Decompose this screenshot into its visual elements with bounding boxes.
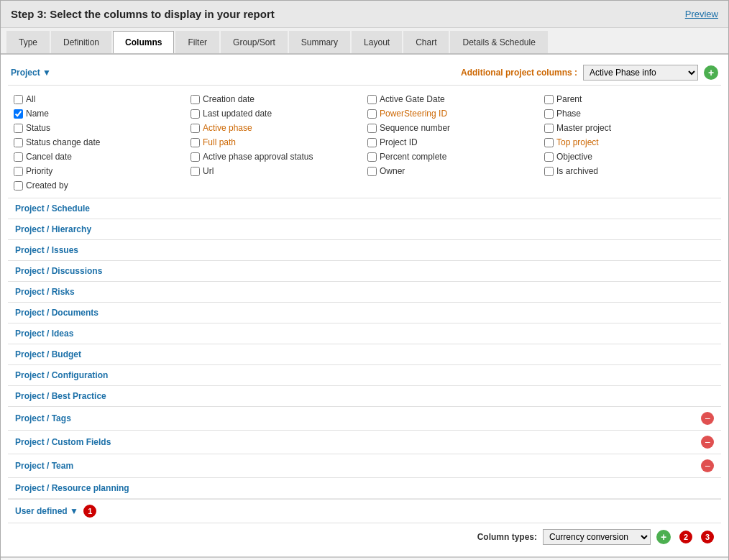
checkbox-master-project[interactable]	[544, 124, 554, 133]
section-hierarchy[interactable]: Project / Hierarchy	[8, 219, 721, 239]
label-status-change-date: Status change date	[26, 137, 100, 147]
label-last-updated: Last updated date	[203, 109, 272, 119]
section-resource-planning-label: Project / Resource planning	[15, 483, 129, 493]
label-full-path: Full path	[203, 137, 236, 147]
section-team[interactable]: Project / Team −	[8, 454, 721, 477]
checkbox-project-id[interactable]	[367, 138, 377, 147]
section-tags[interactable]: Project / Tags −	[8, 406, 721, 430]
tab-summary[interactable]: Summary	[289, 31, 350, 53]
label-top-project: Top project	[556, 137, 599, 147]
add-additional-col-button[interactable]: +	[704, 65, 718, 80]
checkbox-active-gate-date[interactable]	[367, 95, 377, 104]
checkbox-all[interactable]	[14, 95, 23, 104]
bottom-bar: Column types: Currency conversion Formul…	[8, 523, 721, 551]
section-discussions[interactable]: Project / Discussions	[8, 260, 721, 281]
col4-objective: Objective	[544, 150, 715, 163]
section-documents[interactable]: Project / Documents	[8, 302, 721, 323]
tab-type[interactable]: Type	[6, 31, 50, 53]
section-ideas-label: Project / Ideas	[15, 329, 73, 339]
label-is-archived: Is archived	[556, 166, 598, 176]
checkbox-full-path[interactable]	[191, 138, 200, 147]
col1-status-change-date: Status change date	[14, 136, 185, 149]
section-best-practice-label: Project / Best Practice	[15, 391, 106, 401]
section-schedule[interactable]: Project / Schedule	[8, 198, 721, 219]
tab-filter[interactable]: Filter	[175, 31, 219, 53]
checkbox-cancel-date[interactable]	[14, 152, 23, 162]
remove-team-button[interactable]: −	[701, 459, 714, 472]
tab-columns[interactable]: Columns	[113, 31, 174, 53]
section-resource-planning[interactable]: Project / Resource planning	[8, 477, 721, 498]
project-section-toggle[interactable]: Project ▼	[11, 68, 51, 78]
page-title: Step 3: Select the columns to display in…	[11, 8, 275, 20]
col2-active-phase: Active phase	[191, 121, 362, 134]
checkbox-status-change-date[interactable]	[14, 138, 23, 147]
section-best-practice[interactable]: Project / Best Practice	[8, 385, 721, 406]
checkbox-top-project[interactable]	[544, 138, 554, 147]
additional-cols-select[interactable]: Active Phase info Phase info Custom	[583, 65, 698, 81]
checkbox-status[interactable]	[14, 124, 23, 133]
label-created-by: Created by	[26, 180, 68, 191]
checkbox-name[interactable]	[14, 109, 23, 119]
section-team-label: Project / Team	[15, 461, 73, 471]
checkbox-parent[interactable]	[544, 95, 554, 104]
checkbox-sequence-number[interactable]	[367, 124, 377, 133]
col-types-label: Column types:	[477, 532, 537, 542]
preview-link[interactable]: Preview	[685, 9, 718, 19]
checkbox-active-phase[interactable]	[191, 124, 200, 133]
label-url: Url	[203, 166, 214, 176]
checkbox-is-archived[interactable]	[544, 167, 554, 176]
remove-tags-button[interactable]: −	[701, 412, 714, 425]
section-ideas[interactable]: Project / Ideas	[8, 323, 721, 344]
checkbox-creation-date[interactable]	[191, 95, 200, 104]
tab-bar: Type Definition Columns Filter Group/Sor…	[1, 28, 728, 55]
tab-groupsort[interactable]: Group/Sort	[221, 31, 288, 53]
col1-name: Name	[14, 107, 185, 120]
checkbox-url[interactable]	[191, 167, 200, 176]
section-hierarchy-label: Project / Hierarchy	[15, 224, 91, 234]
section-budget-label: Project / Budget	[15, 349, 81, 359]
col4-parent: Parent	[544, 93, 715, 106]
label-objective: Objective	[556, 152, 592, 162]
checkbox-powersteering-id[interactable]	[367, 109, 377, 119]
section-risks[interactable]: Project / Risks	[8, 281, 721, 302]
col1-all: All	[14, 93, 185, 106]
label-powersteering-id: PowerSteering ID	[380, 109, 447, 119]
user-defined-row[interactable]: User defined ▼ 1	[8, 499, 721, 523]
col-types-select[interactable]: Currency conversion Formula Custom	[543, 529, 651, 545]
columns-grid: All Creation date Active Gate Date Paren…	[8, 90, 721, 198]
section-issues[interactable]: Project / Issues	[8, 239, 721, 260]
tab-details-schedule[interactable]: Details & Schedule	[450, 31, 547, 53]
col2-last-updated: Last updated date	[191, 107, 362, 120]
col2-url: Url	[191, 165, 362, 178]
col-type-badge3: 3	[701, 531, 714, 543]
col3-powersteering-id: PowerSteering ID	[367, 107, 538, 120]
checkbox-active-phase-approval[interactable]	[191, 152, 200, 162]
col4-master-project: Master project	[544, 121, 715, 134]
tab-layout[interactable]: Layout	[352, 31, 402, 53]
checkbox-created-by[interactable]	[14, 181, 23, 191]
checkbox-last-updated[interactable]	[191, 109, 200, 119]
tab-definition[interactable]: Definition	[51, 31, 111, 53]
label-name: Name	[26, 109, 49, 119]
add-col-type-button[interactable]: +	[656, 530, 671, 544]
col3-sequence-number: Sequence number	[367, 121, 538, 134]
label-phase: Phase	[556, 109, 581, 119]
expandable-sections: Project / Schedule Project / Hierarchy P…	[8, 198, 721, 499]
checkbox-owner[interactable]	[367, 167, 377, 176]
checkbox-percent-complete[interactable]	[367, 152, 377, 162]
label-cancel-date: Cancel date	[26, 152, 72, 162]
section-schedule-label: Project / Schedule	[15, 203, 90, 214]
checkbox-phase[interactable]	[544, 109, 554, 119]
section-budget[interactable]: Project / Budget	[8, 344, 721, 364]
remove-custom-fields-button[interactable]: −	[701, 436, 714, 449]
section-custom-fields[interactable]: Project / Custom Fields −	[8, 430, 721, 454]
checkbox-objective[interactable]	[544, 152, 554, 162]
col4-top-project: Top project	[544, 136, 715, 149]
additional-cols-area: Additional project columns : Active Phas…	[461, 65, 718, 81]
label-active-phase-approval: Active phase approval status	[203, 152, 313, 162]
tab-chart[interactable]: Chart	[403, 31, 449, 53]
col1-status: Status	[14, 121, 185, 134]
label-active-gate-date: Active Gate Date	[380, 94, 445, 104]
section-configuration[interactable]: Project / Configuration	[8, 364, 721, 385]
checkbox-priority[interactable]	[14, 167, 23, 176]
